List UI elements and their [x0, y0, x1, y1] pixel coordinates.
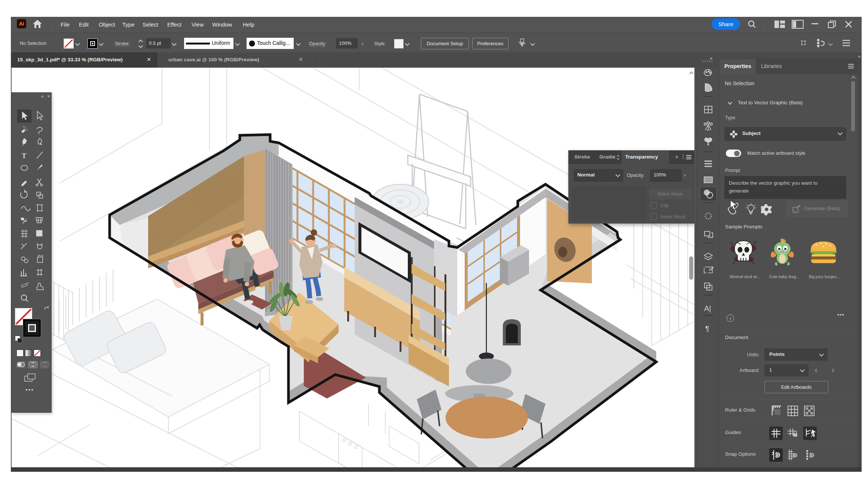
svg-text:T: T — [22, 152, 27, 160]
svg-text:¶: ¶ — [705, 324, 709, 333]
svg-text:A|: A| — [704, 304, 711, 313]
